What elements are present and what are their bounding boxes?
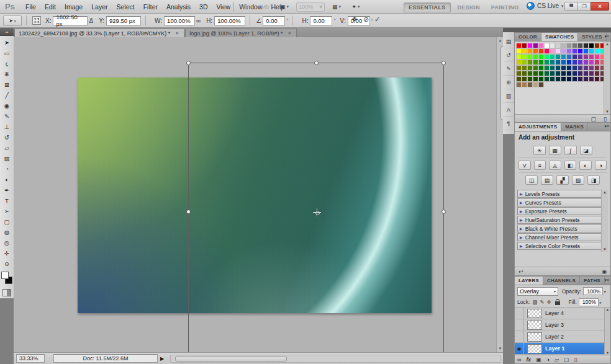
x-position-field[interactable]: 1602.50 px xyxy=(53,16,88,25)
layer-thumbnail[interactable] xyxy=(527,309,542,318)
3d-camera-tool[interactable]: ◎ xyxy=(0,237,14,248)
color-swatch[interactable] xyxy=(583,65,589,71)
visibility-toggle[interactable]: ◉ xyxy=(515,343,524,354)
dodge-tool[interactable]: ◐ xyxy=(0,174,14,185)
bridge-icon[interactable]: Br xyxy=(238,2,253,12)
color-swatch[interactable] xyxy=(577,65,583,71)
color-swatch[interactable] xyxy=(533,82,538,87)
color-swatch[interactable] xyxy=(589,71,594,76)
color-swatch[interactable] xyxy=(583,76,589,82)
color-swatch[interactable] xyxy=(533,65,538,71)
crop-tool[interactable]: ⊞ xyxy=(0,79,14,90)
fill-popup-icon[interactable]: ▸ xyxy=(600,300,602,304)
color-swatch[interactable] xyxy=(566,76,572,82)
color-swatch[interactable] xyxy=(566,71,572,76)
layers-tab-paths[interactable]: PATHS xyxy=(580,277,605,285)
scrollbar-thumb[interactable] xyxy=(175,356,287,362)
color-swatch[interactable] xyxy=(555,65,561,71)
color-swatch[interactable] xyxy=(527,76,533,82)
color-swatch[interactable] xyxy=(527,82,533,87)
color-swatch[interactable] xyxy=(594,43,600,48)
preset-exposure-presets[interactable]: ▶Exposure Presets xyxy=(517,207,602,215)
transform-handle-top-left[interactable] xyxy=(186,61,191,65)
brush-presets-icon[interactable]: ✎ xyxy=(503,62,514,76)
color-swatch[interactable] xyxy=(561,76,566,82)
hskew-field[interactable]: 0.00 xyxy=(310,16,332,25)
color-swatch[interactable] xyxy=(594,48,600,54)
workspace-painting[interactable]: PAINTING xyxy=(487,3,523,12)
color-swatch[interactable] xyxy=(577,43,583,48)
color-swatch[interactable] xyxy=(583,43,589,48)
color-swatch[interactable] xyxy=(522,82,527,87)
color-swatch[interactable] xyxy=(561,54,566,60)
color-swatch[interactable] xyxy=(555,43,561,48)
cs-live[interactable]: CS Live ▾ xyxy=(527,2,564,10)
layer-thumbnail[interactable] xyxy=(527,332,542,342)
color-swatch[interactable] xyxy=(550,76,555,82)
color-swatch[interactable] xyxy=(550,48,555,54)
color-swatch[interactable] xyxy=(566,54,572,60)
color-swatch[interactable] xyxy=(538,71,544,76)
layer-row-layer-3[interactable]: Layer 3 xyxy=(515,319,610,331)
brightness-contrast-icon[interactable]: ☀ xyxy=(533,146,546,155)
document-tab-1[interactable]: 1302422_68947108.jpg @ 33.3% (Layer 1, R… xyxy=(14,29,184,37)
disclosure-arrow-icon[interactable]: ▶ xyxy=(520,200,523,205)
arrange-documents-dropdown[interactable]: ▦▾ xyxy=(329,2,344,12)
character-icon[interactable]: A xyxy=(503,103,514,117)
hand-tool[interactable]: ✛ xyxy=(0,248,14,259)
color-swatch[interactable] xyxy=(583,60,589,65)
preset-selective-color-presets[interactable]: ▶Selective Color Presets xyxy=(517,242,602,250)
menu-file[interactable]: File xyxy=(21,1,40,13)
transform-handle-middle-right[interactable] xyxy=(441,210,446,214)
shape-tool[interactable]: ▢ xyxy=(0,216,14,227)
restore-button[interactable]: ❐ xyxy=(577,2,591,11)
layers-tab-layers[interactable]: LAYERS xyxy=(515,277,543,285)
color-swatch[interactable] xyxy=(572,71,577,76)
lock-image-icon[interactable]: ✎ xyxy=(540,299,544,305)
layer-style-icon[interactable]: fx xyxy=(526,357,531,363)
color-swatch[interactable] xyxy=(561,60,566,65)
color-swatch[interactable] xyxy=(561,43,566,48)
menu-3d[interactable]: 3D xyxy=(195,1,212,13)
color-swatch[interactable] xyxy=(516,48,522,54)
color-swatch[interactable] xyxy=(589,60,594,65)
minimize-button[interactable]: ▀ xyxy=(564,2,577,11)
color-swatch[interactable] xyxy=(572,76,577,82)
color-swatch[interactable] xyxy=(550,54,555,60)
color-swatch[interactable] xyxy=(533,71,538,76)
adjustments-tab-masks[interactable]: MASKS xyxy=(561,123,588,131)
color-swatch[interactable] xyxy=(572,43,577,48)
gradient-tool[interactable]: ▨ xyxy=(0,153,14,164)
presets-scrollbar[interactable]: ▲ ▼ xyxy=(601,190,608,252)
tool-preset-picker[interactable]: ➤▾ xyxy=(3,16,22,26)
channel-mixer-icon[interactable]: ◑ xyxy=(595,161,607,170)
transform-handle-top-right[interactable] xyxy=(441,61,446,65)
menu-layer[interactable]: Layer xyxy=(87,1,112,13)
link-layers-icon[interactable]: ∞ xyxy=(517,357,521,363)
new-adjustment-layer-icon[interactable]: ◑ xyxy=(546,357,550,363)
color-swatch[interactable] xyxy=(516,71,522,76)
y-position-field[interactable]: 929.50 px xyxy=(106,16,141,25)
new-group-icon[interactable]: ▱ xyxy=(554,357,559,363)
opacity-popup-icon[interactable]: ▸ xyxy=(604,289,606,293)
new-layer-icon[interactable]: ▢ xyxy=(564,357,569,363)
layers-scrollbar[interactable]: ▲▼ xyxy=(604,308,610,355)
posterize-icon[interactable]: ▤ xyxy=(541,175,553,185)
clip-to-layer-icon[interactable]: ◉ xyxy=(602,269,607,275)
brush-tool[interactable]: ✎ xyxy=(0,111,14,122)
hue-saturation-icon[interactable]: ≡ xyxy=(534,161,546,170)
dock-grip[interactable] xyxy=(503,28,514,32)
color-balance-icon[interactable]: ◬ xyxy=(549,161,561,170)
color-swatch[interactable] xyxy=(561,48,566,54)
scroll-down-icon[interactable]: ▼ xyxy=(605,351,610,355)
adjustments-tab-adjustments[interactable]: ADJUSTMENTS xyxy=(515,123,561,131)
color-swatch[interactable] xyxy=(589,54,594,60)
path-selection-tool[interactable]: ➢ xyxy=(0,206,14,216)
history-icon[interactable]: ↺ xyxy=(503,48,514,62)
mini-bridge-icon[interactable]: ▤ xyxy=(503,35,514,48)
close-button[interactable]: ✕ xyxy=(591,2,609,11)
maintain-aspect-ratio-icon[interactable]: ∞ xyxy=(196,17,201,24)
color-swatch[interactable] xyxy=(583,54,589,60)
healing-brush-tool[interactable]: ◉ xyxy=(0,100,14,111)
blend-mode-select[interactable]: Overlay ▾ xyxy=(517,287,558,296)
